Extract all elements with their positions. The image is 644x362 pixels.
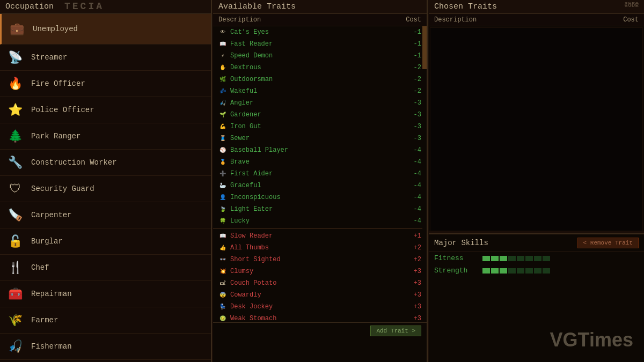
skill-bar — [482, 256, 490, 261]
occupation-item-security-guard[interactable]: 🛡Security Guard — [0, 176, 211, 202]
repairman-icon: 🧰 — [5, 284, 25, 304]
trait-item-dextrous[interactable]: ✋Dextrous-2 — [213, 62, 427, 73]
trait-cost: -4 — [405, 205, 421, 213]
major-skills-header: Major Skills < Remove Trait — [429, 234, 644, 252]
available-traits-panel: Available Traits Description Cost 👁Cat's… — [213, 0, 428, 362]
add-trait-button[interactable]: Add Trait > — [370, 326, 421, 336]
occupation-list: 💼Unemployed📡Streamer🔥Fire Officer⭐Police… — [0, 14, 211, 361]
trait-name: Sewer — [230, 135, 405, 142]
trait-cost: -4 — [405, 146, 421, 154]
trait-name: Inconspicuous — [230, 194, 405, 201]
trait-item-desk-jockey[interactable]: 💺Desk Jockey+3 — [213, 301, 427, 313]
skill-bars-strength — [482, 268, 550, 274]
trait-item-baseball-player[interactable]: ⚾Baseball Player-4 — [213, 144, 427, 156]
info-label: INFO — [625, 1, 639, 8]
trait-item-gardener[interactable]: 🌱Gardener-3 — [213, 109, 427, 121]
trait-icon: 🤢 — [218, 314, 227, 323]
trait-item-cat's-eyes[interactable]: 👁Cat's Eyes-1 — [213, 26, 427, 38]
trait-item-sewer[interactable]: 🧵Sewer-3 — [213, 132, 427, 144]
occupation-item-fisherman[interactable]: 🎣Fisherman — [0, 334, 211, 360]
occupation-item-construction-worker[interactable]: 🔧Construction Worker — [0, 150, 211, 176]
skill-name-strength: Strength — [434, 267, 477, 275]
skill-row-strength: Strength — [429, 264, 644, 277]
chosen-traits-title-text: Chosen Traits — [434, 2, 497, 11]
occupation-item-doctor[interactable]: ⚕Doctor — [0, 360, 211, 361]
trait-icon-first-aider: ➕ — [218, 169, 227, 178]
negative-traits-container: 📖Slow Reader+1👍All Thumbs+2👓Short Sighte… — [213, 230, 427, 328]
occupation-title: Occupation — [0, 0, 211, 14]
trait-icon-graceful: 🦢 — [218, 181, 227, 190]
trait-name: Graceful — [230, 182, 405, 189]
trait-item-speed-demon[interactable]: ⚡Speed Demon-1 — [213, 50, 427, 62]
skill-bar — [517, 268, 524, 274]
trait-item-outdoorsman[interactable]: 🌿Outdoorsman-2 — [213, 73, 427, 85]
trait-item-short-sighted[interactable]: 👓Short Sighted+2 — [213, 254, 427, 265]
skill-bar — [543, 256, 550, 261]
trait-name: Fast Reader — [230, 40, 405, 48]
occupation-name-unemployed: Unemployed — [33, 25, 78, 33]
trait-icon-lucky: 🍀 — [218, 217, 227, 225]
trait-scroll-track[interactable] — [422, 26, 427, 328]
trait-item-inconspicuous[interactable]: 👤Inconspicuous-4 — [213, 191, 427, 203]
trait-name: Angler — [230, 99, 405, 107]
occupation-item-streamer[interactable]: 📡Streamer — [0, 45, 211, 71]
construction-worker-icon: 🔧 — [5, 153, 25, 172]
occupation-item-chef[interactable]: 🍴Chef — [0, 255, 211, 281]
trait-name: Iron Gut — [230, 123, 405, 130]
trait-icon: 📖 — [218, 232, 227, 240]
trait-icon-iron-gut: 💪 — [218, 122, 227, 131]
occupation-name-security-guard: Security Guard — [31, 184, 94, 193]
trait-item-all-thumbs[interactable]: 👍All Thumbs+2 — [213, 242, 427, 254]
trait-name: Wakeful — [230, 87, 405, 95]
trait-header-cost: Cost — [406, 16, 421, 24]
trait-item-graceful[interactable]: 🦢Graceful-4 — [213, 180, 427, 191]
trait-item-iron-gut[interactable]: 💪Iron Gut-3 — [213, 121, 427, 132]
occupation-item-repairman[interactable]: 🧰Repairman — [0, 281, 211, 307]
occupation-item-unemployed[interactable]: 💼Unemployed — [0, 14, 211, 45]
trait-icon-brave: 🏅 — [218, 158, 227, 166]
trait-item-cowardly[interactable]: 😨Cowardly+3 — [213, 289, 427, 301]
trait-name: First Aider — [230, 170, 405, 178]
trait-item-first-aider[interactable]: ➕First Aider-4 — [213, 168, 427, 180]
skill-bar — [482, 268, 490, 274]
trait-item-brave[interactable]: 🏅Brave-4 — [213, 156, 427, 168]
watermark: VGTimes — [550, 329, 633, 351]
trait-cost: -2 — [405, 87, 421, 95]
chosen-traits-title: Chosen Traits CODE — [429, 0, 644, 14]
trait-item-fast-reader[interactable]: 📖Fast Reader-1 — [213, 38, 427, 50]
trait-item-wakeful[interactable]: 💤Wakeful-2 — [213, 85, 427, 97]
trait-icon-baseball-player: ⚾ — [218, 146, 227, 154]
burglar-icon: 🔓 — [5, 232, 25, 251]
occupation-item-burglar[interactable]: 🔓Burglar — [0, 228, 211, 255]
occupation-item-fire-officer[interactable]: 🔥Fire Officer — [0, 71, 211, 97]
occupation-item-farmer[interactable]: 🌾Farmer — [0, 307, 211, 334]
trait-name: Short Sighted — [230, 256, 405, 263]
trait-item-couch-potato[interactable]: 🛋Couch Potato+3 — [213, 277, 427, 289]
trait-item-clumsy[interactable]: 💥Clumsy+3 — [213, 265, 427, 277]
occupation-item-carpenter[interactable]: 🪚Carpenter — [0, 202, 211, 228]
security-guard-icon: 🛡 — [5, 179, 25, 198]
trait-scroll-thumb[interactable] — [422, 26, 427, 69]
trait-cost: -3 — [405, 111, 421, 119]
remove-trait-button[interactable]: < Remove Trait — [577, 238, 639, 248]
trait-cost: -4 — [405, 217, 421, 225]
trait-item-angler[interactable]: 🎣Angler-3 — [213, 97, 427, 109]
trait-icon: 👍 — [218, 243, 227, 252]
skill-bars-fitness — [482, 256, 550, 261]
fisherman-icon: 🎣 — [5, 337, 25, 356]
trait-cost: -1 — [405, 28, 421, 36]
trait-name: Baseball Player — [230, 146, 405, 154]
trait-name: Couch Potato — [230, 279, 405, 287]
occupation-name-fire-officer: Fire Officer — [31, 79, 85, 88]
trait-cost: -3 — [405, 99, 421, 107]
trait-item-lucky[interactable]: 🍀Lucky-4 — [213, 215, 427, 227]
trait-item-slow-reader[interactable]: 📖Slow Reader+1 — [213, 230, 427, 242]
occupation-item-park-ranger[interactable]: 🌲Park Ranger — [0, 123, 211, 150]
major-skills-title: Major Skills — [434, 239, 488, 247]
trait-icon-sewer: 🧵 — [218, 134, 227, 143]
trait-name: All Thumbs — [230, 244, 405, 252]
occupation-item-police-officer[interactable]: ⭐Police Officer — [0, 97, 211, 123]
skill-bar — [525, 268, 533, 274]
trait-name: Cowardly — [230, 291, 405, 299]
trait-item-light-eater[interactable]: 🍃Light Eater-4 — [213, 203, 427, 215]
